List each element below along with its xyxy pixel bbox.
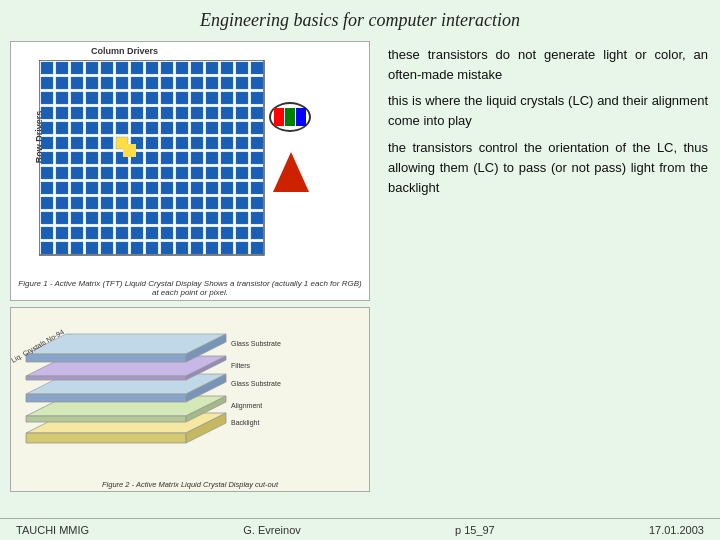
svg-marker-8 [26,394,186,402]
pixel-cell [41,137,53,149]
pixel-cell [161,137,173,149]
pixel-cell [41,197,53,209]
figure2-caption: Figure 2 - Active Matrix Liquid Crystal … [11,480,369,489]
pixel-cell [236,77,248,89]
pixel-cell [41,182,53,194]
pixel-cell [101,77,113,89]
pixel-cell [71,77,83,89]
pixel-cell [251,62,263,74]
pixel-cell [56,227,68,239]
pixel-cell [116,242,128,254]
blue-subpixel [296,108,306,126]
pixel-cell [71,182,83,194]
pixel-cell [176,137,188,149]
pixel-cell [131,197,143,209]
pixel-cell [251,77,263,89]
page-title: Engineering basics for computer interact… [0,0,720,37]
filters-label: Filters [231,362,251,369]
pixel-cell [56,182,68,194]
pixel-cell [116,122,128,134]
pixel-cell [86,212,98,224]
glass-substrate-upper-label: Glass Substrate [231,340,281,347]
text-paragraph-3: the transistors control the orientation … [388,138,708,198]
pixel-cell [236,137,248,149]
pixel-cell [206,62,218,74]
pixel-cell [146,62,158,74]
pixel-cell [56,62,68,74]
footer-institution: TAUCHI MMIG [16,524,89,536]
pixel-cell [101,182,113,194]
pixel-cell [206,167,218,179]
pixel-cell [131,92,143,104]
pixel-cell [131,167,143,179]
pixel-cell [221,242,233,254]
pixel-cell [131,212,143,224]
pixel-cell [71,122,83,134]
pixel-cell [101,92,113,104]
pixel-cell [176,77,188,89]
pixel-cell [191,92,203,104]
pixel-cell [236,197,248,209]
pixel-cell [251,242,263,254]
pixel-cell [131,107,143,119]
main-text-block: these transistors do not generate light … [388,45,708,204]
pixel-cell [56,197,68,209]
pixel-cell [146,152,158,164]
pixel-cell [221,167,233,179]
pixel-cell [41,92,53,104]
footer: TAUCHI MMIG G. Evreinov p 15_97 17.01.20… [0,518,720,540]
pixel-cell [146,122,158,134]
pixel-cell [101,197,113,209]
pixel-cell [86,167,98,179]
pixel-cell [236,242,248,254]
pixel-cell [176,212,188,224]
pixel-cell [41,167,53,179]
pixel-cell [86,242,98,254]
pixel-cell [191,152,203,164]
pixel-cell [161,182,173,194]
pixel-cell [101,122,113,134]
pixel-cell [101,167,113,179]
pixel-cell [86,122,98,134]
pixel-cell [176,107,188,119]
pixel-cell [146,212,158,224]
pixel-cell [71,152,83,164]
pixel-cell [251,182,263,194]
pixel-cell [206,227,218,239]
figure1-caption: Figure 1 - Active Matrix (TFT) Liquid Cr… [11,278,369,298]
pixel-cell [161,227,173,239]
pixel-cell [41,242,53,254]
pixel-cell [86,182,98,194]
pixel-cell [116,182,128,194]
pixel-cell [101,107,113,119]
pixel-cell [176,92,188,104]
pixel-cell [146,77,158,89]
pixel-cell [221,62,233,74]
pixel-cell [56,137,68,149]
pixel-cell [176,122,188,134]
pixel-cell [206,92,218,104]
pixel-cell [71,137,83,149]
pixel-cell [56,122,68,134]
pixel-cell [41,227,53,239]
pixel-cell [116,227,128,239]
pixel-cell [161,167,173,179]
pixel-cell [161,107,173,119]
pixel-cell [191,197,203,209]
pixel-cell [161,122,173,134]
pixel-cell [131,62,143,74]
pixel-cell [116,92,128,104]
pixel-cell [71,197,83,209]
pixel-cell [176,167,188,179]
pixel-cell [236,182,248,194]
pixel-cell [146,167,158,179]
pixel-cell [161,212,173,224]
pixel-cell [251,122,263,134]
pixel-cell [206,212,218,224]
pixel-cell [131,227,143,239]
pixel-cell [101,152,113,164]
pixel-cell [41,152,53,164]
pixel-cell [101,227,113,239]
pixel-cell [86,152,98,164]
pixel-cell [191,227,203,239]
